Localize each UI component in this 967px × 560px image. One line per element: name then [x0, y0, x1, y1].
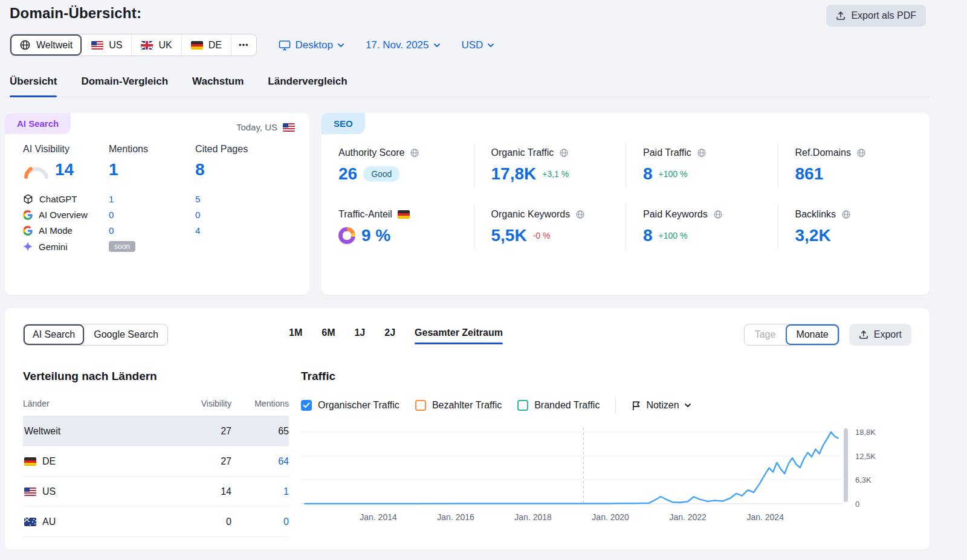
paid-keywords-metric: Paid Keywords 8 +100 %	[626, 204, 778, 250]
engine-cited[interactable]: 5	[195, 194, 309, 204]
info-icon[interactable]	[410, 148, 419, 158]
page-title: Domain-Übersicht:	[10, 5, 141, 22]
metric-delta: +3,1 %	[542, 169, 569, 179]
info-icon[interactable]	[856, 148, 866, 158]
ai-visibility-label: AI Visibility	[23, 144, 109, 155]
metric-delta: +100 %	[659, 231, 688, 240]
panel-right-controls: Tage Monate Export	[744, 324, 911, 346]
traffic-line-chart[interactable]	[301, 426, 848, 507]
region-worldwide[interactable]: Weltweit	[10, 34, 82, 56]
x-tick-label: Jan. 2018	[514, 512, 552, 522]
flag-notes-icon	[632, 401, 641, 411]
info-icon[interactable]	[713, 210, 723, 219]
info-icon[interactable]	[841, 210, 851, 219]
engine-mentions[interactable]: 1	[109, 194, 195, 204]
mentions-link[interactable]: 0	[231, 517, 289, 527]
range-6m[interactable]: 6M	[322, 325, 335, 344]
score-pill: Good	[363, 166, 399, 182]
engine-cited[interactable]: 0	[195, 210, 309, 220]
ai-cited-pages-value: 8	[195, 160, 205, 179]
ai-visibility-metric: AI Visibility 14	[23, 144, 109, 179]
source-google-search[interactable]: Google Search	[84, 324, 167, 345]
export-button[interactable]: Export	[849, 324, 911, 346]
table-row-us[interactable]: US 14 1	[23, 477, 289, 507]
metric-value: 17,8K	[491, 164, 537, 184]
date-dropdown[interactable]: 17. Nov. 2025	[366, 39, 440, 51]
chevron-down-icon	[434, 43, 440, 47]
export-pdf-label: Export als PDF	[851, 10, 916, 21]
metric-value: 3,2K	[795, 226, 831, 245]
region-label: US	[109, 40, 122, 51]
ai-mentions-value: 1	[109, 160, 118, 179]
region-more-button[interactable]: •••	[231, 34, 256, 56]
legend-organic-traffic[interactable]: Organischer Traffic	[301, 400, 399, 411]
checkbox-unchecked-icon	[415, 400, 426, 411]
table-row-de[interactable]: DE 27 64	[23, 446, 289, 477]
export-label: Export	[874, 329, 902, 340]
y-tick-label: 6,3K	[855, 475, 872, 484]
table-row-au[interactable]: AU 0 0	[23, 507, 289, 537]
range-all-time[interactable]: Gesamter Zeitraum	[415, 325, 503, 344]
traffic-panel: AI Search Google Search 1M 6M 1J 2J Gesa…	[5, 308, 930, 550]
column-header-visibility: Visibility	[171, 399, 231, 408]
ai-totals: AI Visibility 14 Mentions 1 Cited Pages …	[5, 134, 309, 179]
authority-score-metric: Authority Score 26 Good	[322, 143, 474, 188]
device-dropdown[interactable]: Desktop	[279, 39, 344, 51]
tab-domain-vergleich[interactable]: Domain-Vergleich	[81, 71, 168, 97]
metric-value: 5,5K	[491, 226, 527, 245]
info-icon[interactable]	[575, 210, 585, 219]
engine-cited[interactable]: 4	[195, 225, 309, 236]
metric-label: Ref.Domains	[795, 147, 851, 158]
gauge-icon	[23, 163, 50, 179]
google-icon	[23, 226, 33, 236]
upload-icon	[859, 330, 868, 340]
notes-dropdown[interactable]: Notizen	[632, 400, 690, 411]
mentions-link[interactable]: 1	[231, 486, 289, 497]
main-tabs: Übersicht Domain-Vergleich Wachstum Länd…	[5, 71, 930, 97]
tab-wachstum[interactable]: Wachstum	[192, 71, 244, 97]
chart-area: 18,8K12,5K6,3K0	[301, 426, 911, 507]
table-row-worldwide[interactable]: Weltweit 27 65	[23, 416, 289, 446]
metric-value: 861	[795, 164, 824, 184]
region-uk[interactable]: UK	[131, 34, 181, 56]
organic-keywords-metric: Organic Keywords 5,5K -0 %	[474, 204, 626, 250]
export-pdf-button[interactable]: Export als PDF	[826, 5, 926, 27]
country-name: DE	[42, 456, 56, 467]
source-ai-search[interactable]: AI Search	[24, 324, 84, 345]
mentions-link[interactable]: 64	[231, 456, 289, 467]
engine-name: AI Overview	[39, 210, 88, 220]
metric-label: Organic Keywords	[491, 209, 571, 220]
ai-mentions-label: Mentions	[109, 144, 195, 155]
region-us[interactable]: US	[82, 34, 131, 56]
tab-uebersicht[interactable]: Übersicht	[10, 71, 57, 97]
region-de[interactable]: DE	[181, 34, 231, 56]
range-1j[interactable]: 1J	[354, 325, 365, 344]
info-icon[interactable]	[697, 148, 707, 158]
info-icon[interactable]	[559, 148, 569, 158]
engine-mentions[interactable]: 0	[109, 210, 195, 220]
google-icon	[23, 210, 33, 220]
time-range-tabs: 1M 6M 1J 2J Gesamter Zeitraum	[289, 325, 503, 344]
us-flag-icon	[91, 41, 103, 50]
chevron-down-icon	[338, 43, 344, 47]
legend-branded-traffic[interactable]: Branded Traffic	[517, 400, 600, 411]
range-1m[interactable]: 1M	[289, 325, 302, 344]
ai-search-card: AI Search Today, US AI Visibility 14 Me	[5, 113, 309, 295]
currency-dropdown[interactable]: USD	[462, 39, 494, 51]
list-item: AI Mode 0 4	[23, 225, 309, 236]
y-tick-label: 0	[855, 500, 859, 509]
granularity-months[interactable]: Monate	[786, 324, 838, 345]
engine-mentions[interactable]: 0	[109, 225, 195, 236]
tab-laendervergleich[interactable]: Ländervergleich	[268, 71, 347, 97]
metric-label: Organic Traffic	[491, 147, 554, 158]
ai-search-badge: AI Search	[5, 113, 71, 134]
top-bar: Domain-Übersicht: Export als PDF	[5, 0, 930, 27]
range-2j[interactable]: 2J	[384, 325, 395, 344]
y-tick-label: 12,5K	[855, 452, 876, 461]
organic-traffic-metric: Organic Traffic 17,8K +3,1 %	[474, 143, 626, 188]
panel-controls: AI Search Google Search 1M 6M 1J 2J Gesa…	[23, 324, 911, 346]
legend-paid-traffic[interactable]: Bezahlter Traffic	[415, 400, 502, 411]
visibility-value: 27	[171, 426, 231, 437]
granularity-days: Tage	[745, 324, 786, 345]
filter-bar: Weltweit US UK DE ••• Desktop	[5, 34, 930, 56]
